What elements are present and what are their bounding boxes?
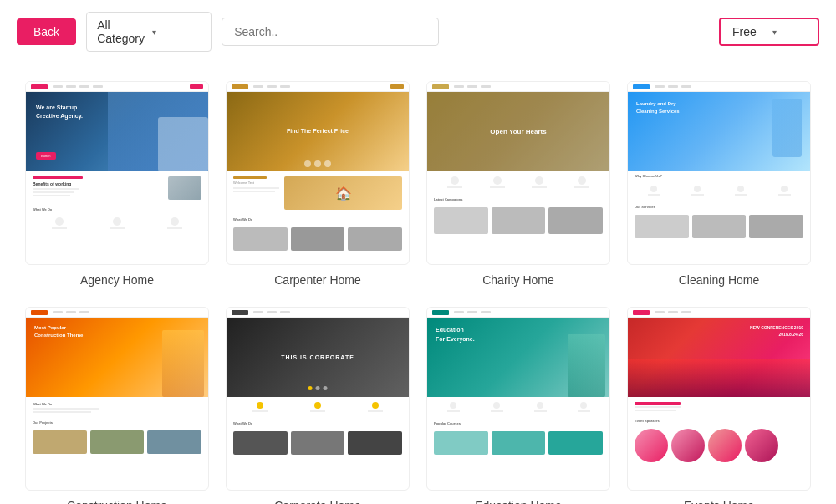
charity-bottom: [427, 204, 609, 237]
category-dropdown[interactable]: All Category ▾: [86, 12, 212, 52]
mini-nav: [427, 308, 609, 318]
template-card-events-home[interactable]: NEW CONFERENCES 20192019.8.24-26 Event S…: [627, 307, 811, 504]
mini-nav-link: [93, 85, 103, 88]
icon-circle: [55, 217, 64, 226]
clean-icon: [781, 186, 788, 192]
template-preview-construction: Most PopularConstruction Theme What We D…: [25, 307, 209, 491]
icon-line: [52, 227, 67, 229]
education-person: [568, 334, 605, 397]
mini-nav-link: [280, 85, 290, 88]
cleaning-bottom: [628, 211, 810, 242]
template-label: Events Home: [627, 499, 811, 504]
cleaning-col: [735, 186, 747, 197]
clean-icon: [650, 186, 657, 192]
chevron-down-icon: ▾: [772, 28, 806, 37]
carp-dot: [324, 160, 331, 167]
mini-nav-link: [668, 311, 678, 313]
charity-icon-circle: [451, 176, 459, 185]
agency-img: [168, 176, 201, 200]
mini-logo: [432, 84, 449, 89]
agency-icon-col: [52, 217, 67, 229]
mini-nav: [26, 308, 208, 318]
cleaning-col: [691, 186, 704, 197]
corp-img: [291, 431, 345, 455]
agency-line: [33, 188, 79, 190]
corporate-bottom: [227, 428, 409, 458]
agency-icon-col: [110, 217, 125, 229]
back-button[interactable]: Back: [17, 18, 76, 45]
free-dropdown[interactable]: Free ▾: [719, 18, 819, 46]
charity-icon-circle: [535, 176, 543, 185]
edu-icon: [493, 402, 500, 409]
mini-nav-links: [454, 311, 491, 313]
ev-img: [745, 429, 778, 462]
template-preview-charity: Open Your Hearts: [426, 81, 610, 265]
agency-what: What We Do: [26, 205, 208, 214]
agency-hero-btn: Button: [36, 152, 56, 160]
construction-hero-text: Most PopularConstruction Theme: [34, 324, 83, 339]
cleaning-col: [648, 186, 660, 197]
template-card-corporate-home[interactable]: THIS IS CORPORATE: [226, 307, 410, 504]
charity-hero: Open Your Hearts: [427, 92, 609, 171]
charity-icons: [427, 171, 609, 195]
search-input[interactable]: [222, 18, 439, 46]
template-card-cleaning-home[interactable]: Laundry and DryCleaning Services Why Cho…: [627, 81, 811, 287]
mini-nav-link: [668, 85, 678, 88]
mini-nav-links: [53, 85, 103, 88]
agency-subtitle: Benefits of working: [33, 181, 163, 186]
icon-circle: [113, 217, 121, 226]
constr-line: [33, 408, 99, 410]
edu-line: [491, 410, 503, 412]
ev-img: [708, 429, 742, 462]
edu-line: [447, 410, 460, 412]
charity-img: [548, 207, 603, 234]
template-card-carpenter-home[interactable]: Find The Perfect Price Welcome Text 🏠: [226, 81, 410, 287]
events-crowd: [628, 359, 810, 397]
constr-projects: Our Projects: [26, 418, 208, 427]
agency-icon-col: [167, 217, 182, 229]
template-preview-agency: We are StartupCreative Agency. Button Be…: [25, 81, 209, 265]
edu-col: [491, 402, 503, 414]
mini-nav-link: [53, 311, 63, 313]
carp-img: [291, 227, 345, 251]
clean-line: [648, 194, 660, 196]
template-label: Education Home: [426, 499, 610, 504]
agency-bottom: [26, 214, 208, 232]
cleaning-col: [778, 186, 791, 197]
education-section: [427, 397, 609, 419]
mini-nav-link: [267, 85, 277, 88]
events-section: [628, 397, 810, 416]
house-icon: 🏠: [335, 186, 352, 201]
mini-logo: [232, 310, 248, 315]
mini-nav-links: [655, 85, 691, 88]
carpenter-welcome: Welcome Text: [233, 176, 279, 210]
mini-nav-link: [253, 311, 263, 313]
mini-nav-links: [53, 311, 89, 313]
template-card-charity-home[interactable]: Open Your Hearts: [426, 81, 610, 287]
corp-dots: [308, 386, 328, 390]
toolbar: Back All Category ▾ Free ▾: [0, 0, 836, 64]
template-label: Corporate Home: [226, 499, 410, 504]
carp-line: [233, 187, 279, 189]
ev-speakers: Event Speakers: [628, 416, 810, 425]
edu-icon: [580, 402, 587, 409]
carp-line: [233, 191, 275, 192]
carpenter-hero-text: Find The Perfect Price: [287, 127, 349, 136]
mini-nav-link: [681, 311, 691, 313]
mini-nav-link: [655, 311, 665, 313]
carp-whatwedo: What We Do: [227, 215, 409, 224]
mini-nav-link: [481, 311, 491, 313]
template-label: Construction Home: [25, 499, 209, 504]
education-hero-text: EducationFor Everyone.: [436, 326, 475, 344]
mini-nav-link: [79, 311, 89, 313]
edu-icon: [450, 402, 456, 409]
category-label: All Category: [97, 18, 145, 45]
carp-accent: [233, 176, 267, 179]
template-card-agency-home[interactable]: We are StartupCreative Agency. Button Be…: [25, 81, 209, 287]
template-card-education-home[interactable]: EducationFor Everyone.: [426, 307, 610, 504]
carp-img: [348, 227, 402, 251]
chevron-down-icon: ▾: [152, 28, 201, 37]
corp-whatwedo: What We Do: [227, 419, 409, 428]
corp-line: [310, 410, 325, 412]
template-card-construction-home[interactable]: Most PopularConstruction Theme What We D…: [25, 307, 209, 504]
